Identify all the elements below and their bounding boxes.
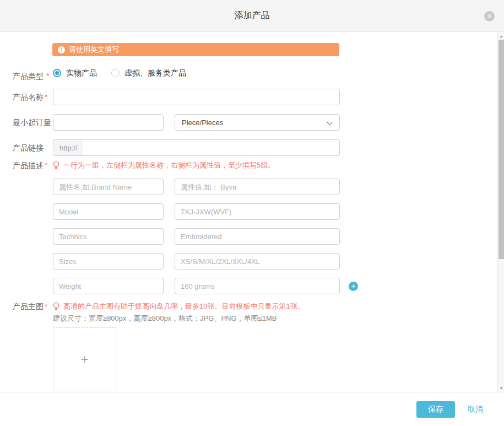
bulb-icon: [53, 161, 59, 170]
required-mark: *: [45, 93, 47, 101]
radio-selected-icon[interactable]: [53, 69, 61, 77]
modal-footer: 保存 取消: [0, 392, 504, 426]
main-image-label: 产品主图*: [13, 301, 53, 311]
attr-value-input[interactable]: [175, 253, 340, 269]
close-icon[interactable]: ✕: [484, 11, 495, 21]
moq-row: 最小起订量* Piece/Pieces: [13, 114, 497, 131]
required-mark: *: [45, 302, 47, 311]
attr-name-input[interactable]: [53, 228, 164, 245]
attr-name-input[interactable]: [53, 179, 164, 195]
modal-body: ! 请使用英文填写 产品类型* 实物产品 虚拟、服务类产品 产品名: [0, 33, 497, 392]
attr-value-input[interactable]: [175, 179, 340, 195]
radio-label[interactable]: 虚拟、服务类产品: [124, 68, 186, 78]
scroll-up-icon[interactable]: ▲: [498, 33, 504, 40]
product-description-label: 产品描述*: [13, 160, 53, 170]
product-link-input[interactable]: [84, 140, 339, 155]
add-attribute-button[interactable]: +: [349, 282, 358, 291]
unit-select[interactable]: Piece/Pieces: [175, 114, 340, 131]
url-prefix: http://: [54, 140, 83, 155]
modal-title: 添加产品: [235, 10, 270, 21]
attribute-row: [53, 179, 340, 195]
main-image-row: 产品主图* 高清的产品主图有助于提高询盘几率，最多10张。目前模板中只显示第1张…: [13, 301, 497, 391]
product-type-row: 产品类型* 实物产品 虚拟、服务类产品: [13, 68, 497, 81]
scroll-down-icon[interactable]: ▼: [498, 385, 504, 392]
attr-value-input[interactable]: [175, 228, 340, 245]
modal-header: 添加产品 ✕: [0, 0, 504, 32]
cancel-button[interactable]: 取消: [468, 405, 483, 414]
scrollbar[interactable]: ▲ ▼: [497, 33, 504, 392]
attribute-row: +: [53, 278, 340, 294]
upload-image-box[interactable]: +: [53, 327, 116, 391]
radio-unselected-icon[interactable]: [111, 69, 120, 77]
required-mark: *: [46, 72, 49, 80]
upload-plus-icon: +: [80, 352, 88, 367]
product-name-row: 产品名称*: [13, 89, 497, 105]
radio-label[interactable]: 实物产品: [66, 68, 97, 78]
main-image-hint: 高清的产品主图有助于提高询盘几率，最多10张。目前模板中只显示第1张。: [53, 301, 340, 311]
radio-physical-product[interactable]: 实物产品: [53, 68, 97, 78]
description-hint: 一行为一组，左侧栏为属性名称，右侧栏为属性值，至少填写5组。: [53, 160, 340, 170]
save-button[interactable]: 保存: [416, 401, 455, 418]
product-link-field: http://: [53, 139, 340, 156]
attr-name-input[interactable]: [53, 203, 164, 220]
product-description-row: 产品描述* 一行为一组，左侧栏为属性名称，右侧栏为属性值，至少填写5组。: [13, 160, 497, 294]
attr-value-input[interactable]: [175, 203, 340, 220]
attr-name-input[interactable]: [53, 253, 164, 269]
attribute-row: [53, 203, 340, 220]
bulb-icon: [53, 302, 59, 311]
moq-label: 最小起订量*: [13, 114, 53, 131]
attr-name-input[interactable]: [53, 278, 164, 294]
english-notice-banner: ! 请使用英文填写: [52, 43, 339, 56]
required-mark: *: [45, 161, 47, 170]
main-image-size-hint: 建议尺寸：宽度≥800px，高度≥800px，格式：JPG、PNG，单图≤1MB: [53, 313, 340, 324]
attr-value-input[interactable]: [175, 278, 340, 294]
info-icon: !: [58, 46, 65, 53]
unit-select-value: Piece/Pieces: [182, 118, 223, 127]
product-link-row: 产品链接 http://: [13, 139, 497, 156]
product-name-label: 产品名称*: [13, 89, 53, 105]
chevron-down-icon: [327, 120, 332, 125]
banner-text: 请使用英文填写: [69, 45, 119, 55]
scrollbar-thumb[interactable]: [498, 40, 504, 259]
attribute-row: [53, 228, 340, 245]
radio-virtual-service-product[interactable]: 虚拟、服务类产品: [111, 68, 186, 78]
attribute-row: [53, 253, 340, 269]
product-name-input[interactable]: [53, 89, 340, 105]
product-type-label: 产品类型*: [13, 68, 53, 81]
product-link-label: 产品链接: [13, 139, 53, 156]
moq-input[interactable]: [53, 114, 164, 131]
